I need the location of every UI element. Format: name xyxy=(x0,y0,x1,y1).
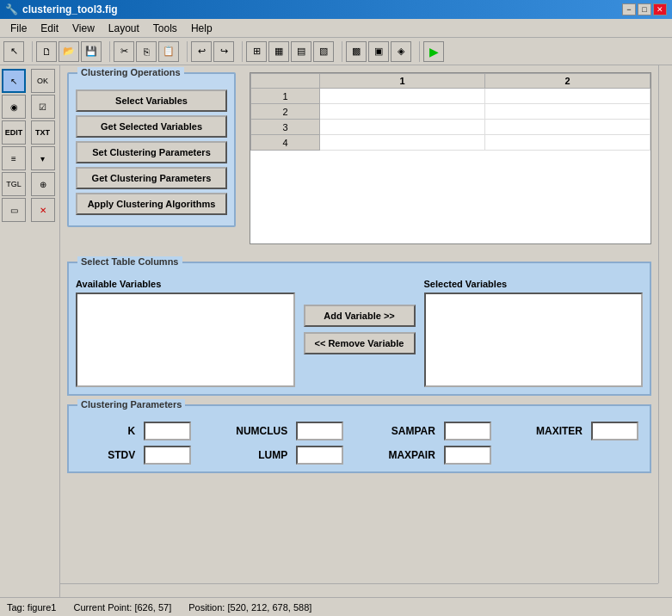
toolbar-open[interactable]: 📂 xyxy=(59,41,79,62)
available-vars-listbox[interactable] xyxy=(76,293,295,387)
toolbar-align[interactable]: ⊞ xyxy=(246,41,267,62)
toolbar-cut[interactable]: ✂ xyxy=(114,41,134,62)
toolbar-paste[interactable]: 📋 xyxy=(158,41,179,62)
tool-popup[interactable]: ▾ xyxy=(31,146,55,170)
main-area: ↖ OK ◉ ☑ EDIT TXT ≡ ▾ TGL ⊕ ▭ ✕ Clusteri… xyxy=(0,65,672,597)
table-row: 2 xyxy=(251,104,650,120)
grid-corner xyxy=(251,74,320,89)
scroll-corner xyxy=(658,583,672,597)
param-numclus-label: NUMCLUS xyxy=(204,425,287,437)
toolbar: ↖ 🗋 📂 💾 ✂ ⎘ 📋 ↩ ↪ ⊞ ▦ ▤ ▧ ▩ ▣ ◈ ▶ xyxy=(0,38,672,65)
remove-variable-button[interactable]: << Remove Variable xyxy=(304,332,416,354)
tool-axes[interactable]: ⊕ xyxy=(31,172,55,196)
cell-1-1[interactable] xyxy=(320,89,485,104)
menu-help[interactable]: Help xyxy=(184,21,219,36)
menu-edit[interactable]: Edit xyxy=(34,21,65,36)
apply-clustering-algorithms-button[interactable]: Apply Clustering Algorithms xyxy=(76,193,227,215)
selected-vars-listbox[interactable] xyxy=(424,293,644,387)
param-stdv-input[interactable] xyxy=(144,446,191,465)
tool-check[interactable]: ☑ xyxy=(31,95,55,119)
close-button[interactable]: ✕ xyxy=(653,3,667,15)
table-row: 4 xyxy=(251,135,650,151)
param-numclus-input[interactable] xyxy=(296,422,343,440)
toolbar-grp1[interactable]: ▦ xyxy=(268,41,289,62)
tool-btn2[interactable]: ✕ xyxy=(31,198,55,222)
toolbar-redo[interactable]: ↪ xyxy=(213,41,234,62)
left-tool-panel: ↖ OK ◉ ☑ EDIT TXT ≡ ▾ TGL ⊕ ▭ ✕ xyxy=(0,65,60,597)
toolbar-sep4 xyxy=(237,41,243,62)
cell-2-1[interactable] xyxy=(320,104,485,120)
tool-text[interactable]: TXT xyxy=(31,120,55,145)
param-k-input[interactable] xyxy=(144,422,191,440)
toolbar-sep3 xyxy=(182,41,188,62)
lower-groups: Select Table Columns Available Variables… xyxy=(67,262,651,473)
cell-2-2[interactable] xyxy=(485,104,650,120)
menu-file[interactable]: File xyxy=(3,21,34,36)
get-clustering-parameters-button[interactable]: Get Clustering Parameters xyxy=(76,167,227,189)
toolbar-copy[interactable]: ⎘ xyxy=(136,41,157,62)
toolbar-grp2[interactable]: ▤ xyxy=(291,41,311,62)
maximize-button[interactable]: □ xyxy=(638,3,651,15)
set-clustering-parameters-button[interactable]: Set Clustering Parameters xyxy=(76,141,227,163)
toolbar-grp3[interactable]: ▧ xyxy=(313,41,334,62)
param-lump-input[interactable] xyxy=(296,446,343,465)
var-action-buttons: Add Variable >> << Remove Variable xyxy=(304,279,416,354)
cell-3-2[interactable] xyxy=(485,120,650,135)
status-bar: Tag: figure1 Current Point: [626, 57] Po… xyxy=(0,597,672,616)
param-sampar-input[interactable] xyxy=(444,422,491,440)
menu-layout[interactable]: Layout xyxy=(102,21,146,36)
available-vars-container: Available Variables xyxy=(76,279,295,387)
tool-toggle[interactable]: TGL xyxy=(2,172,26,196)
tool-pointer[interactable]: ↖ xyxy=(2,69,26,93)
data-grid: 1 2 1 2 xyxy=(250,73,650,151)
selected-vars-container: Selected Variables xyxy=(424,279,644,387)
title-bar: 🔧 clustering_tool3.fig − □ ✕ xyxy=(0,0,672,19)
clustering-ops-group: Clustering Operations Select Variables G… xyxy=(67,72,236,227)
available-vars-label: Available Variables xyxy=(76,279,295,289)
toolbar-new[interactable]: 🗋 xyxy=(36,41,57,62)
toolbar-plot3[interactable]: ◈ xyxy=(391,41,411,62)
toolbar-plot2[interactable]: ▣ xyxy=(368,41,389,62)
cell-4-2[interactable] xyxy=(485,135,650,151)
param-maxiter-input[interactable] xyxy=(591,422,638,440)
cell-1-2[interactable] xyxy=(485,89,650,104)
tool-panel[interactable]: ▭ xyxy=(2,198,26,222)
toolbar-plot1[interactable]: ▩ xyxy=(346,41,367,62)
row-header-3: 3 xyxy=(251,120,320,135)
toolbar-sep1 xyxy=(28,41,33,62)
status-tag: Tag: figure1 xyxy=(7,602,56,613)
menu-tools[interactable]: Tools xyxy=(146,21,184,36)
cell-3-1[interactable] xyxy=(320,120,485,135)
tool-radio[interactable]: ◉ xyxy=(2,95,26,119)
grid-col-1: 1 xyxy=(320,74,485,89)
status-position: Position: [520, 212, 678, 588] xyxy=(188,602,311,613)
row-header-2: 2 xyxy=(251,104,320,120)
toolbar-sep2 xyxy=(105,41,110,62)
menu-view[interactable]: View xyxy=(65,21,102,36)
tool-ok[interactable]: OK xyxy=(31,69,55,93)
table-row: 1 xyxy=(251,89,650,104)
selected-vars-label: Selected Variables xyxy=(424,279,644,289)
param-maxpair-input[interactable] xyxy=(444,446,491,465)
params-grid: K NUMCLUS SAMPAR MAXITER STDV LUMP MAXPA… xyxy=(76,422,643,465)
toolbar-pointer[interactable]: ↖ xyxy=(3,41,24,62)
select-table-cols-title: Select Table Columns xyxy=(77,256,182,267)
window-icon: 🔧 xyxy=(5,3,18,15)
vertical-scrollbar[interactable] xyxy=(658,65,672,583)
minimize-button[interactable]: − xyxy=(622,3,636,15)
toolbar-run[interactable]: ▶ xyxy=(423,41,444,62)
tool-edit[interactable]: EDIT xyxy=(2,120,26,145)
add-variable-button[interactable]: Add Variable >> xyxy=(304,305,416,327)
tool-listbox[interactable]: ≡ xyxy=(2,146,26,170)
param-sampar-label: SAMPAR xyxy=(356,425,435,437)
toolbar-sep5 xyxy=(337,41,342,62)
horizontal-scrollbar[interactable] xyxy=(60,583,658,597)
inner-canvas: Clustering Operations Select Variables G… xyxy=(60,65,658,597)
toolbar-sep6 xyxy=(415,41,420,62)
get-selected-variables-button[interactable]: Get Selected Variables xyxy=(76,115,227,138)
canvas-wrapper: Clustering Operations Select Variables G… xyxy=(60,65,672,597)
toolbar-save[interactable]: 💾 xyxy=(81,41,102,62)
select-variables-button[interactable]: Select Variables xyxy=(76,89,227,112)
cell-4-1[interactable] xyxy=(320,135,485,151)
toolbar-undo[interactable]: ↩ xyxy=(191,41,212,62)
